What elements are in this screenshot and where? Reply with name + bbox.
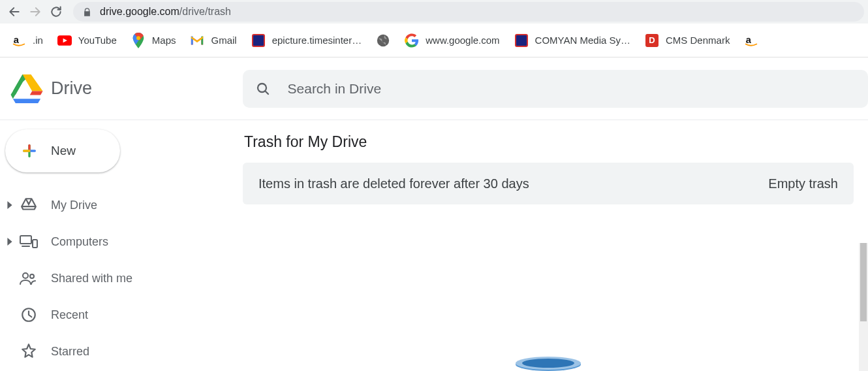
svg-point-15 bbox=[522, 359, 574, 368]
bookmark-cms-denmark[interactable]: D CMS Denmark bbox=[638, 29, 736, 52]
shared-icon bbox=[20, 269, 38, 287]
bookmark-label: CMS Denmark bbox=[666, 35, 730, 46]
sidebar-item-recent[interactable]: Recent bbox=[0, 297, 230, 333]
brand-name: Drive bbox=[51, 78, 92, 99]
bookmark-maps[interactable]: Maps bbox=[125, 29, 183, 52]
sidebar-list: My Drive Computers Shared with me R bbox=[0, 187, 243, 370]
sidebar-item-computers[interactable]: Computers bbox=[0, 223, 230, 260]
app-header: Drive bbox=[0, 57, 868, 120]
svg-point-10 bbox=[23, 273, 28, 278]
google-g-icon bbox=[405, 33, 419, 48]
new-button-label: New bbox=[51, 144, 76, 158]
svg-text:a: a bbox=[746, 34, 752, 44]
lock-icon bbox=[82, 7, 92, 17]
svg-rect-7 bbox=[20, 236, 31, 244]
brand[interactable]: Drive bbox=[10, 74, 243, 103]
sidebar-item-label: Recent bbox=[51, 308, 88, 322]
recent-icon bbox=[20, 306, 38, 324]
svg-point-3 bbox=[377, 34, 389, 46]
gmaps-icon bbox=[131, 33, 146, 48]
svg-line-6 bbox=[265, 91, 268, 94]
bookmark-label: epicture.timesinter… bbox=[272, 35, 362, 46]
chevron-right-icon bbox=[3, 201, 17, 209]
notice-text: Items in trash are deleted forever after… bbox=[258, 176, 529, 191]
back-button[interactable] bbox=[4, 1, 25, 22]
plus-icon bbox=[20, 141, 39, 161]
app-body: New My Drive Computers bbox=[0, 120, 868, 371]
star-icon bbox=[20, 342, 38, 361]
svg-text:a: a bbox=[14, 34, 20, 44]
svg-point-11 bbox=[30, 274, 34, 278]
bookmark-amazon[interactable]: a bbox=[737, 29, 765, 52]
bookmarks-bar: a .in YouTube Maps Gmail epicture.timesi… bbox=[0, 24, 868, 57]
bookmark-comyan[interactable]: COMYAN Media Sy… bbox=[508, 29, 637, 52]
gmail-icon bbox=[190, 33, 204, 48]
sidebar-item-label: My Drive bbox=[51, 199, 97, 212]
reload-button[interactable] bbox=[46, 1, 67, 22]
computers-icon bbox=[20, 233, 38, 251]
sidebar-item-label: Shared with me bbox=[51, 272, 132, 285]
globe-icon bbox=[376, 33, 390, 48]
address-bar[interactable]: drive.google.com/drive/trash bbox=[73, 2, 864, 22]
empty-trash-button[interactable]: Empty trash bbox=[768, 176, 838, 191]
main-content: Trash for My Drive Items in trash are de… bbox=[243, 120, 868, 371]
bookmark-gmail[interactable]: Gmail bbox=[183, 29, 243, 52]
bookmark-label: COMYAN Media Sy… bbox=[535, 35, 630, 46]
bookmark-youtube[interactable]: YouTube bbox=[51, 29, 123, 52]
bookmark-label: www.google.com bbox=[426, 35, 499, 46]
bookmark-amazon-in[interactable]: a .in bbox=[5, 29, 50, 52]
new-button[interactable]: New bbox=[5, 129, 120, 172]
scrollbar-thumb[interactable] bbox=[860, 243, 867, 321]
site-icon bbox=[251, 33, 266, 48]
search-input[interactable] bbox=[287, 80, 856, 97]
sidebar-item-label: Starred bbox=[51, 345, 89, 359]
sidebar-item-shared[interactable]: Shared with me bbox=[0, 260, 230, 297]
svg-point-2 bbox=[136, 36, 140, 40]
arrow-left-icon bbox=[8, 5, 21, 18]
bookmark-label: Maps bbox=[152, 35, 176, 46]
url-path: /drive/trash bbox=[179, 6, 231, 18]
bookmark-epicture[interactable]: epicture.timesinter… bbox=[245, 29, 369, 52]
youtube-icon bbox=[57, 33, 72, 48]
bookmark-globe[interactable] bbox=[369, 29, 397, 52]
amazon-icon: a bbox=[744, 33, 758, 48]
browser-toolbar: drive.google.com/drive/trash bbox=[0, 0, 868, 24]
sidebar-item-label: Computers bbox=[51, 235, 108, 249]
search-icon bbox=[255, 81, 272, 97]
trash-illustration bbox=[512, 357, 584, 371]
site-icon bbox=[514, 33, 529, 48]
sidebar-item-starred[interactable]: Starred bbox=[0, 333, 230, 370]
bookmark-label: .in bbox=[33, 35, 43, 46]
svg-rect-8 bbox=[33, 240, 37, 248]
sidebar-item-my-drive[interactable]: My Drive bbox=[0, 187, 230, 223]
arrow-right-icon bbox=[29, 5, 42, 18]
url-host: drive.google.com bbox=[100, 6, 179, 18]
site-icon: D bbox=[645, 33, 659, 48]
drive-logo-icon bbox=[10, 74, 43, 103]
trash-notice: Items in trash are deleted forever after… bbox=[243, 163, 854, 204]
sidebar: New My Drive Computers bbox=[0, 120, 243, 371]
search-bar[interactable] bbox=[243, 70, 868, 108]
my-drive-icon bbox=[20, 196, 38, 214]
page-title: Trash for My Drive bbox=[244, 133, 868, 151]
bookmark-label: Gmail bbox=[211, 35, 236, 46]
bookmark-google[interactable]: www.google.com bbox=[398, 29, 506, 52]
scrollbar-vertical[interactable] bbox=[859, 243, 868, 371]
forward-button[interactable] bbox=[25, 1, 46, 22]
bookmark-label: YouTube bbox=[78, 35, 117, 46]
amazon-icon: a bbox=[12, 33, 26, 48]
reload-icon bbox=[50, 5, 63, 18]
chevron-right-icon bbox=[3, 238, 17, 246]
